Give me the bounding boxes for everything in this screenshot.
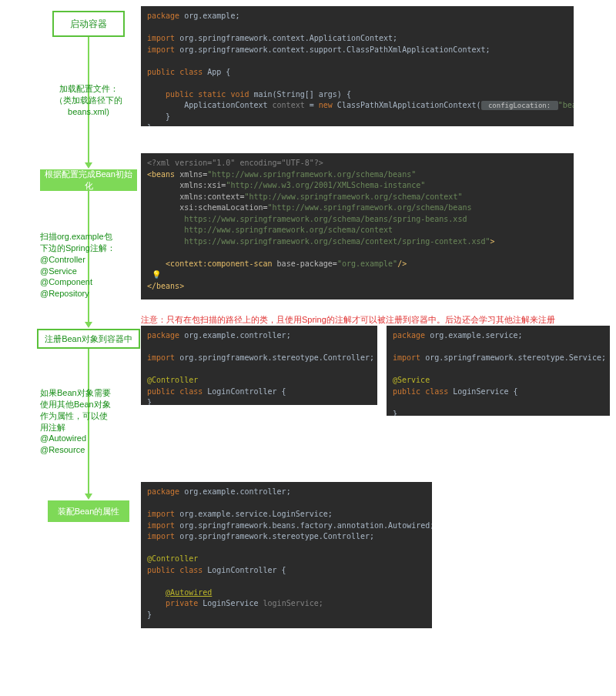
code-app-java: package org.example; import org.springfr… bbox=[141, 6, 574, 126]
note-load-config: 加载配置文件： （类加载路径下的 beans.xml) bbox=[38, 83, 139, 118]
code-login-service: package org.example.service; import org.… bbox=[387, 326, 610, 416]
flow-step-2: 根据配置完成Bean初始化 bbox=[40, 169, 137, 191]
note-autowired: 如果Bean对象需要 使用其他Bean对象 作为属性，可以使 用注解 @Auto… bbox=[40, 387, 132, 456]
code-login-controller-autowired: package org.example.controller; import o… bbox=[141, 482, 432, 628]
warning-text: 注意：只有在包扫描的路径上的类，且使用Spring的注解才可以被注册到容器中。后… bbox=[141, 314, 555, 326]
flow-step-4: 装配Bean的属性 bbox=[48, 500, 129, 522]
note-scan-annotations: 扫描org.example包 下边的Spring注解： @Controller … bbox=[40, 231, 140, 299]
diagram-root: 启动容器 加载配置文件： （类加载路径下的 beans.xml) 根据配置完成B… bbox=[0, 0, 616, 696]
code-beans-xml: <?xml version="1.0" encoding="UTF-8"?> <… bbox=[141, 153, 574, 299]
lightbulb-icon: 💡 bbox=[152, 270, 161, 279]
code-login-controller: package org.example.controller; import o… bbox=[141, 326, 377, 405]
flow-step-3: 注册Bean对象到容器中 bbox=[37, 329, 140, 349]
flow-step-1: 启动容器 bbox=[52, 11, 125, 37]
